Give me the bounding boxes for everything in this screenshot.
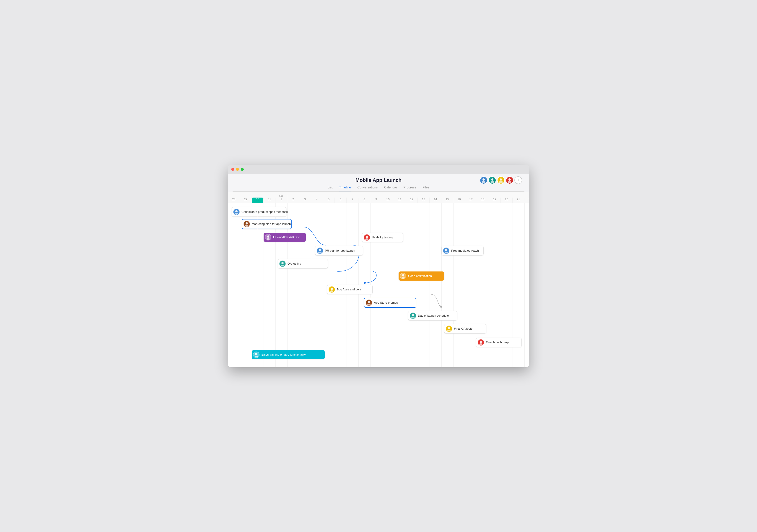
task-label-launch-day: Day of launch schedule	[418, 314, 449, 317]
svg-point-36	[255, 353, 257, 355]
date-29: 29	[240, 198, 252, 203]
task-qa[interactable]: QA testing	[278, 259, 328, 268]
date-17: 17	[465, 198, 477, 203]
date-22: 22	[525, 198, 529, 203]
svg-point-21	[281, 265, 284, 266]
svg-point-16	[366, 236, 368, 238]
svg-point-37	[255, 356, 258, 358]
date-5: 5	[323, 198, 335, 203]
task-label-ui: UI workflow A/B test	[273, 235, 300, 239]
svg-point-0	[482, 178, 485, 181]
svg-point-29	[367, 304, 371, 305]
task-avatar-final-launch	[478, 339, 484, 346]
task-bugs[interactable]: Bug fixes and polish	[327, 285, 373, 294]
grid-line-7	[323, 203, 323, 367]
svg-point-35	[479, 343, 482, 345]
task-marketing[interactable]: Marketing plan for app launch	[242, 219, 292, 229]
date-28: 28	[228, 198, 240, 203]
svg-point-3	[491, 181, 494, 183]
task-avatar-sales	[253, 352, 259, 358]
date-10: 10	[382, 198, 394, 203]
close-button[interactable]	[231, 168, 234, 171]
avatar-2[interactable]	[488, 176, 496, 184]
grid-line-18	[453, 203, 454, 367]
svg-point-13	[245, 225, 248, 227]
date-16: 16	[453, 198, 465, 203]
task-ui-ab[interactable]: UI workflow A/B test	[263, 233, 306, 242]
tab-conversations[interactable]: Conversations	[357, 185, 378, 191]
svg-point-28	[368, 301, 370, 303]
task-avatar-usability	[364, 234, 370, 241]
task-app-store[interactable]: App Store promos	[364, 298, 416, 308]
grid-line-17	[441, 203, 442, 367]
grid-line-5	[299, 203, 299, 367]
timeline-grid: Consolidate product spec feedback Market…	[228, 203, 529, 367]
tab-files[interactable]: Files	[422, 185, 429, 191]
task-code[interactable]: Code optimization	[399, 271, 444, 281]
svg-point-6	[508, 178, 511, 181]
task-avatar-ui	[265, 234, 271, 240]
date-header: 28 29 30 31 Sep1 2 3 4 5 6 7 8 9 10 11 1…	[228, 192, 529, 203]
svg-marker-9	[440, 305, 443, 308]
task-avatar-bugs	[329, 286, 335, 293]
task-sales[interactable]: Sales training on app functionality	[252, 350, 325, 359]
task-consolidate[interactable]: Consolidate product spec feedback	[232, 207, 287, 217]
svg-point-4	[500, 178, 502, 181]
grid-line-13	[394, 203, 394, 367]
grid-line-14	[406, 203, 406, 367]
grid-line-15	[418, 203, 418, 367]
task-avatar-marketing	[244, 221, 250, 227]
main-window: Mobile App Launch +	[228, 165, 529, 367]
grid-line-16	[430, 203, 430, 367]
task-final-launch[interactable]: Final launch prep	[476, 338, 522, 347]
header: Mobile App Launch +	[228, 174, 529, 192]
svg-point-33	[447, 329, 451, 331]
date-14: 14	[430, 198, 441, 203]
date-13: 13	[418, 198, 430, 203]
task-usability[interactable]: Usability testing	[362, 233, 403, 242]
tab-calendar[interactable]: Calendar	[384, 185, 397, 191]
task-avatar-qa	[279, 261, 286, 267]
svg-point-18	[319, 249, 321, 251]
minimize-button[interactable]	[236, 168, 239, 171]
svg-point-30	[412, 314, 414, 316]
date-11: 11	[394, 198, 406, 203]
svg-marker-8	[364, 282, 366, 284]
maximize-button[interactable]	[241, 168, 244, 171]
svg-point-24	[402, 274, 404, 276]
task-media[interactable]: Prep media outreach	[441, 246, 484, 256]
grid-line-6	[311, 203, 311, 367]
date-sep: Sep1	[275, 195, 287, 203]
task-pr-plan[interactable]: PR plan for app launch	[315, 246, 363, 256]
task-avatar-media	[443, 247, 449, 254]
today-indicator	[257, 203, 258, 367]
svg-point-11	[235, 213, 238, 215]
add-member-button[interactable]: +	[514, 176, 522, 184]
timeline-container[interactable]: 28 29 30 31 Sep1 2 3 4 5 6 7 8 9 10 11 1…	[228, 192, 529, 367]
task-label-bugs: Bug fixes and polish	[337, 288, 363, 291]
task-avatar-launch	[410, 313, 416, 319]
svg-point-2	[491, 178, 494, 181]
svg-point-12	[246, 222, 248, 225]
task-launch-day[interactable]: Day of launch schedule	[408, 311, 457, 321]
svg-point-17	[365, 238, 369, 240]
date-8: 8	[358, 198, 370, 203]
task-avatar-code	[400, 273, 406, 279]
tab-progress[interactable]: Progress	[403, 185, 416, 191]
avatar-3[interactable]	[497, 176, 505, 184]
avatar-4[interactable]	[506, 176, 513, 184]
task-avatar-appstore	[366, 299, 372, 306]
tab-timeline[interactable]: Timeline	[339, 185, 351, 191]
svg-point-19	[318, 252, 321, 253]
date-20: 20	[501, 198, 513, 203]
svg-point-22	[445, 249, 447, 251]
task-label-final-launch: Final launch prep	[486, 341, 509, 344]
task-label-appstore: App Store promos	[374, 301, 398, 304]
tab-list[interactable]: List	[328, 185, 333, 191]
task-final-qa[interactable]: Final QA tests	[444, 324, 486, 333]
date-30-today: 30	[252, 198, 263, 203]
date-2: 2	[287, 198, 299, 203]
date-4: 4	[311, 198, 323, 203]
avatar-1[interactable]	[480, 176, 488, 184]
svg-point-5	[499, 181, 503, 183]
